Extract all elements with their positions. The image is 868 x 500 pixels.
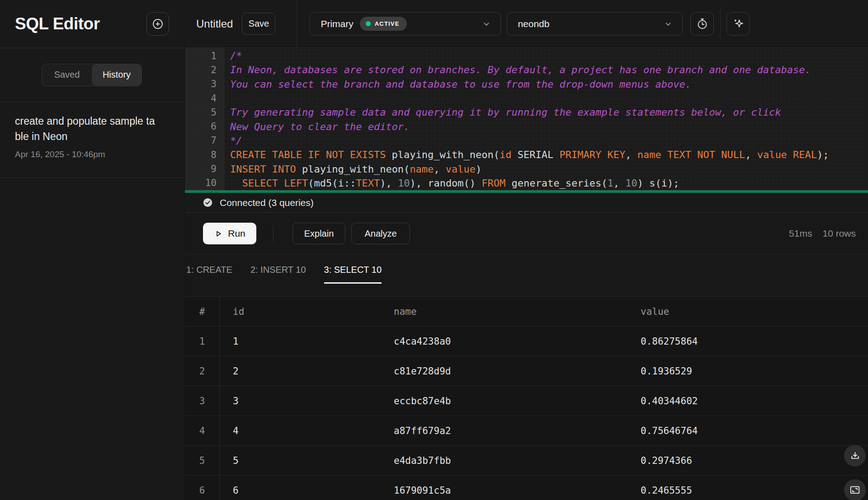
data-cell: 5 [220,446,381,475]
data-cell: 0.1936529 [627,356,868,386]
history-item-title: create and populate sample table in Neon [15,113,159,144]
line-number: 1 [185,51,225,61]
code-token: /* [230,50,242,61]
result-tab-2[interactable]: 2: INSERT 10 [250,255,306,285]
code-editor[interactable]: 1/*2In Neon, databases are stored on bra… [185,48,868,190]
code-line[interactable]: 7*/ [185,134,868,148]
data-cell: eccbc87e4b [381,386,627,416]
download-results-button[interactable] [844,445,866,467]
tab-history[interactable]: History [92,64,142,86]
code-line[interactable]: 2In Neon, databases are stored on branch… [185,63,868,77]
database-select[interactable]: neondb [507,12,683,36]
code-line[interactable]: 3You can select the branch and database … [185,77,868,91]
actions-divider [273,225,274,242]
table-row[interactable]: 22c81e728d9d0.1936529 [185,356,868,386]
code-text: Try generating sample data and querying … [225,107,781,118]
code-token: (md5(i:: [308,178,356,189]
page-title: SQL Editor [15,14,100,33]
table-row[interactable]: 44a87ff679a20.75646764 [185,416,868,446]
expand-icon [849,484,861,496]
data-cell: c4ca4238a0 [381,327,627,356]
result-tab-3[interactable]: 3: SELECT 10 [324,255,382,285]
code-line[interactable]: 6New Query to clear the editor. [185,119,868,133]
code-line[interactable]: 9INSERT INTO playing_with_neon(name, val… [185,162,868,176]
results-table: #idnamevalue11c4ca4238a00.8627586422c81e… [185,296,868,500]
line-number: 2 [185,65,225,75]
code-line[interactable]: 8CREATE TABLE IF NOT EXISTS playing_with… [185,148,868,162]
code-token: TEXT [356,178,380,189]
code-line[interactable]: 10 SELECT LEFT(md5(i::TEXT), 10), random… [185,176,868,190]
line-number: 5 [185,107,225,118]
tab-saved[interactable]: Saved [42,64,92,86]
sidebar: SQL Editor Saved History create and popu… [0,0,184,500]
data-cell: 4 [220,416,381,445]
stopwatch-icon [696,18,708,30]
data-cell: 1679091c5a [381,476,627,500]
data-cell: 2 [220,356,381,386]
history-list-item[interactable]: create and populate sample table in Neon… [0,102,184,178]
code-token: playing_with_neon( [296,164,410,175]
code-token: New Query to clear the editor. [230,121,410,132]
new-query-button[interactable] [146,12,169,36]
column-header-name: name [381,297,627,326]
plus-circle-icon [151,18,164,30]
code-token: ), [380,178,398,189]
code-text: New Query to clear the editor. [225,121,410,132]
data-cell: a87ff679a2 [381,416,627,445]
analyze-button[interactable]: Analyze [351,223,410,244]
code-line[interactable]: 5Try generating sample data and querying… [185,105,868,119]
code-text: CREATE TABLE IF NOT EXISTS playing_with_… [225,149,829,160]
expand-results-button[interactable] [844,479,866,500]
ai-assist-button[interactable] [726,12,750,36]
code-token: In Neon, databases are stored on branche… [230,64,811,75]
chevron-down-icon [663,19,673,29]
branch-select-value: Primary [321,19,353,29]
query-timer-button[interactable] [690,12,714,36]
row-number-cell: 4 [185,416,220,445]
save-button[interactable]: Save [242,13,275,35]
code-token: generate_series( [505,178,607,189]
result-tab-1[interactable]: 1: CREATE [186,255,232,285]
code-line[interactable]: 1/* [185,49,868,63]
toolbar-divider [297,0,297,47]
explain-button[interactable]: Explain [292,223,345,244]
code-token: value [446,164,476,175]
code-token: , [434,164,446,175]
row-number-cell: 5 [185,446,220,475]
query-title: Untitled [196,18,233,30]
line-number: 8 [185,150,225,160]
code-token: value REAL [757,149,817,160]
history-item-timestamp: Apr 16, 2025 - 10:46pm [15,150,184,159]
code-token: id [500,149,512,160]
active-status-dot [366,21,371,26]
row-number-cell: 2 [185,356,220,386]
toolbar-divider [720,6,721,42]
data-cell: 0.2465555 [627,476,868,500]
line-number: 3 [185,79,225,89]
data-cell: 1 [220,327,381,356]
result-row-count: 10 rows [822,228,856,239]
code-token: , [613,178,626,189]
code-token: ), random() [410,178,481,189]
line-number: 9 [185,164,225,174]
active-status-label: ACTIVE [375,20,400,27]
chevron-down-icon [481,19,491,29]
code-text: In Neon, databases are stored on branche… [225,64,811,75]
table-row[interactable]: 33eccbc87e4b0.40344602 [185,386,868,416]
branch-select[interactable]: Primary ACTIVE [310,12,501,36]
table-row[interactable]: 55e4da3b7fbb0.2974366 [185,446,868,476]
run-button[interactable]: Run [203,223,256,244]
table-row[interactable]: 661679091c5a0.2465555 [185,476,868,500]
code-line[interactable]: 4 [185,91,868,105]
code-token: ) s(i); [637,178,679,189]
table-row[interactable]: 11c4ca4238a00.86275864 [185,327,868,356]
line-number: 10 [185,178,225,188]
data-cell: 0.40344602 [627,386,868,416]
sql-editor-app: SQL Editor Saved History create and popu… [0,0,868,500]
data-cell: 0.75646764 [627,416,868,445]
code-token: , [745,149,757,160]
branch-status-badge: ACTIVE [360,17,407,31]
table-header-row: #idnamevalue [185,297,868,327]
code-token: ); [817,149,829,160]
data-cell: 3 [220,386,381,416]
